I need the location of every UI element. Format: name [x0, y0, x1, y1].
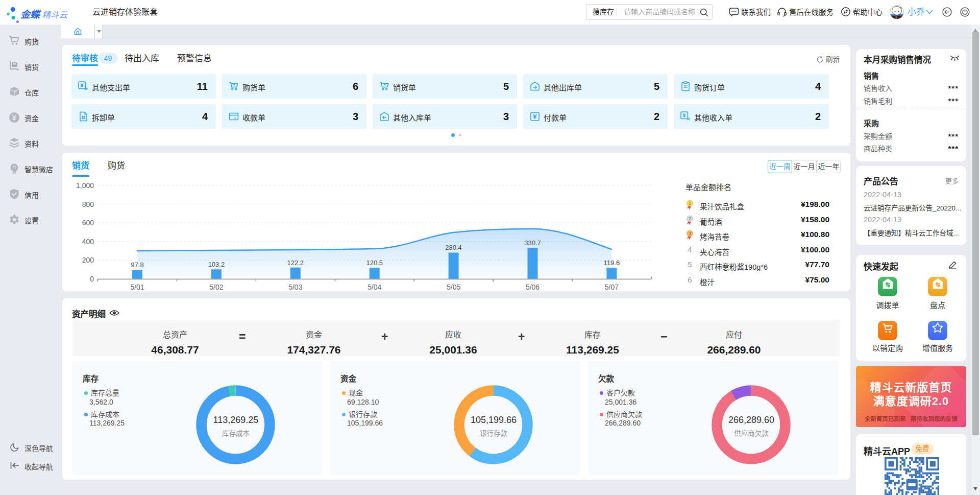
svg-text:119.6: 119.6 — [604, 259, 620, 267]
svg-text:103.2: 103.2 — [208, 261, 225, 268]
svg-text:280.4: 280.4 — [445, 244, 462, 251]
svg-text:330.7: 330.7 — [524, 239, 541, 247]
svg-text:5/04: 5/04 — [368, 283, 381, 291]
svg-text:1,000: 1,000 — [76, 181, 94, 190]
svg-text:200: 200 — [82, 256, 94, 264]
svg-text:2: 2 — [689, 216, 691, 221]
svg-text:0: 0 — [90, 275, 94, 283]
svg-text:5/07: 5/07 — [605, 283, 619, 291]
svg-text:122.2: 122.2 — [287, 259, 304, 267]
svg-text:5/06: 5/06 — [526, 283, 540, 291]
svg-text:800: 800 — [82, 200, 94, 208]
svg-text:5/02: 5/02 — [209, 283, 223, 291]
svg-text:400: 400 — [82, 238, 94, 246]
svg-text:5/05: 5/05 — [447, 283, 460, 291]
svg-text:5/03: 5/03 — [288, 283, 302, 291]
svg-text:5/01: 5/01 — [130, 283, 144, 291]
svg-text:3: 3 — [689, 231, 691, 236]
svg-text:120.5: 120.5 — [366, 259, 383, 267]
svg-text:1: 1 — [689, 201, 691, 206]
svg-text:600: 600 — [82, 219, 94, 227]
svg-text:97.8: 97.8 — [131, 261, 143, 269]
